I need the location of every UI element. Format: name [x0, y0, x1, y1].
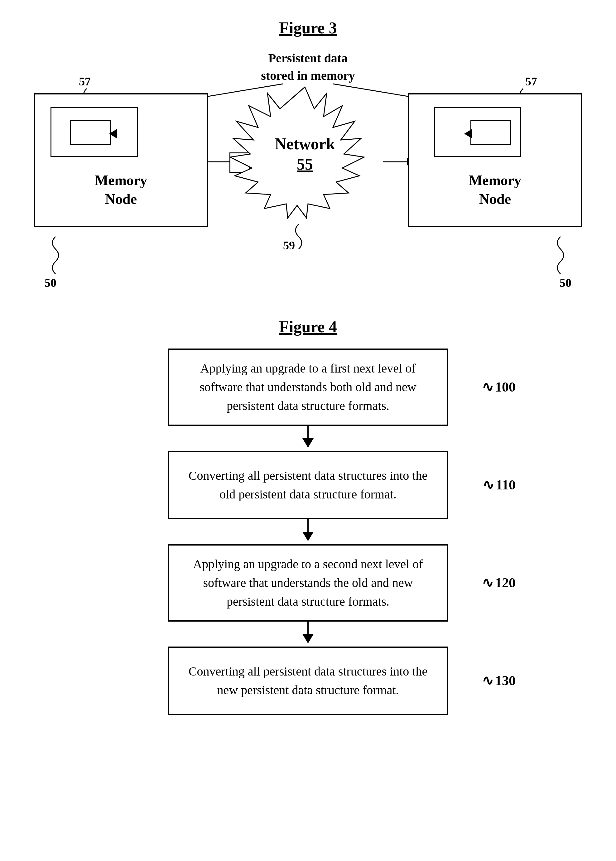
memory-inner-right — [434, 107, 521, 157]
flowchart: Applying an upgrade to a first next leve… — [121, 349, 495, 715]
figure3-diagram: Persistent data stored in memory — [27, 50, 589, 293]
persistent-label: Persistent data stored in memory — [261, 50, 355, 85]
page: Figure 3 Persistent data stored in memor… — [0, 0, 616, 861]
svg-text:Network: Network — [275, 135, 335, 153]
flow-box-130: Converting all persistent data structure… — [168, 647, 448, 715]
arrow-3 — [302, 622, 314, 647]
ref-50-left: 50 — [45, 276, 57, 290]
small-rect-left — [70, 120, 111, 145]
flow-box-120: Applying an upgrade to a second next lev… — [168, 544, 448, 622]
arrow-2 — [302, 519, 314, 544]
flow-text-100: Applying an upgrade to a first next leve… — [185, 359, 431, 415]
network-container: Network 55 — [230, 81, 380, 221]
flow-step-110: ∿ 110 — [482, 475, 515, 495]
node-label-left: Node — [35, 191, 207, 207]
figure3-section: Figure 3 Persistent data stored in memor… — [25, 19, 591, 293]
svg-text:55: 55 — [297, 155, 313, 173]
memory-node-right: Memory Node — [408, 93, 582, 227]
flow-text-120: Applying an upgrade to a second next lev… — [185, 555, 431, 611]
figure4-section: Figure 4 Applying an upgrade to a first … — [25, 317, 591, 715]
flow-box-110: Converting all persistent data structure… — [168, 451, 448, 519]
figure3-title: Figure 3 — [279, 19, 337, 37]
node-label-right: Node — [409, 191, 581, 207]
memory-label-left: Memory — [35, 172, 207, 189]
arrow-1 — [302, 426, 314, 451]
flow-box-100: Applying an upgrade to a first next leve… — [168, 349, 448, 426]
flow-step-120: ∿ 120 — [482, 573, 515, 593]
flow-step-130: ∿ 130 — [482, 671, 515, 691]
flow-text-130: Converting all persistent data structure… — [185, 662, 431, 699]
figure4-title: Figure 4 — [279, 317, 337, 336]
memory-label-right: Memory — [409, 172, 581, 189]
memory-node-left: Memory Node — [34, 93, 208, 227]
arrow-right-indicator — [464, 129, 472, 138]
small-rect-right — [470, 120, 511, 145]
memory-inner-left — [50, 107, 138, 157]
arrow-left-indicator — [109, 129, 117, 138]
flow-text-110: Converting all persistent data structure… — [185, 467, 431, 504]
ref-59: 59 — [283, 239, 295, 252]
network-svg: Network 55 — [230, 81, 380, 221]
ref-57-right: 57 — [525, 74, 537, 88]
flow-step-100: ∿ 100 — [482, 377, 515, 398]
ref-50-right: 50 — [559, 276, 571, 290]
ref-57-left: 57 — [79, 74, 91, 88]
